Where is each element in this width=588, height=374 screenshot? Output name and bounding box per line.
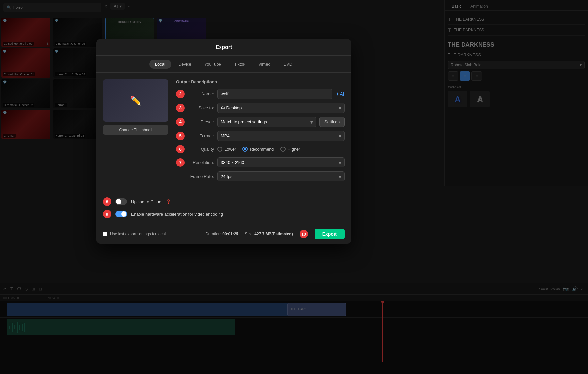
quality-lower-option[interactable]: Lower — [217, 147, 236, 152]
quality-lower-label: Lower — [224, 147, 236, 152]
settings-section: Output Descriptions 2 Name: ✦AI 3 Save t… — [176, 79, 345, 185]
quality-recommend-label: Recommend — [250, 147, 274, 152]
resolution-select-wrapper: 3840 x 2160 1920 x 1080 1280 x 720 — [217, 157, 345, 167]
frame-rate-select-wrapper: 24 fps 30 fps 60 fps — [217, 171, 345, 181]
upload-cloud-toggle[interactable] — [115, 198, 127, 205]
export-button[interactable]: Export — [315, 229, 345, 239]
last-settings-label: Use last export settings for local — [110, 232, 166, 236]
hardware-accel-text: Enable hardware acceleration for video e… — [131, 212, 223, 217]
save-to-select-wrapper: 🗂 Desktop Documents — [217, 103, 345, 113]
step-9-badge: 9 — [103, 210, 111, 218]
step-2-badge: 2 — [176, 90, 185, 98]
quality-lower-radio[interactable] — [217, 147, 222, 152]
quality-recommend-option[interactable]: Recommend — [242, 147, 274, 152]
duration-display: Duration: 00:01:25 — [205, 232, 238, 236]
quality-radio-group: Lower Recommend Higher — [217, 147, 300, 152]
dialog-overlay: Export Local Device YouTube Tiktok Vimeo… — [0, 0, 588, 374]
name-input[interactable] — [217, 89, 332, 99]
quality-higher-option[interactable]: Higher — [280, 147, 300, 152]
step-10-badge: 10 — [300, 230, 308, 238]
preset-select[interactable]: Match to project settings Custom — [217, 117, 316, 127]
step-7-badge: 7 — [176, 158, 185, 167]
footer-meta: Duration: 00:01:25 Size: 427.7 MB(Estima… — [205, 232, 293, 236]
export-dialog: Export Local Device YouTube Tiktok Vimeo… — [96, 39, 351, 244]
tab-youtube[interactable]: YouTube — [199, 60, 227, 69]
step-3-badge: 3 — [176, 104, 185, 112]
toggle-section: 8 Upload to Cloud ❓ 9 Enable hardware ac… — [96, 192, 351, 224]
quality-higher-label: Higher — [287, 147, 300, 152]
format-select-wrapper: MP4 MOV AVI — [217, 131, 345, 141]
tab-local[interactable]: Local — [149, 60, 171, 69]
hardware-accel-row: 9 Enable hardware acceleration for video… — [103, 210, 345, 218]
tab-device[interactable]: Device — [172, 60, 197, 69]
last-settings-checkbox[interactable] — [103, 232, 107, 236]
dialog-title: Export — [216, 44, 232, 50]
step-5-badge: 5 — [176, 132, 185, 140]
resolution-label: Resolution: — [188, 160, 214, 165]
quality-row: 6 Quality Lower Recommend H — [176, 145, 345, 153]
save-to-row: 3 Save to: 🗂 Desktop Documents — [176, 103, 345, 113]
dialog-body: ✏️ Change Thumbnail Output Descriptions … — [96, 73, 351, 192]
format-label: Format: — [188, 133, 214, 138]
upload-cloud-row: 8 Upload to Cloud ❓ — [103, 197, 345, 206]
edit-thumbnail-icon: ✏️ — [130, 95, 141, 106]
change-thumbnail-button[interactable]: Change Thumbnail — [103, 125, 168, 135]
thumbnail-section: ✏️ Change Thumbnail — [103, 79, 168, 185]
dialog-header: Export — [96, 39, 351, 56]
frame-rate-row: Frame Rate: 24 fps 30 fps 60 fps — [176, 171, 345, 181]
quality-recommend-radio[interactable] — [242, 147, 248, 152]
step-6-badge: 6 — [176, 145, 185, 153]
help-icon[interactable]: ❓ — [166, 199, 171, 204]
dialog-footer: Use last export settings for local Durat… — [96, 224, 351, 244]
section-label: Output Descriptions — [176, 79, 345, 84]
tab-dvd[interactable]: DVD — [278, 60, 298, 69]
name-label: Name: — [188, 91, 214, 96]
last-settings-row: Use last export settings for local — [103, 232, 166, 236]
preset-row: 4 Preset: Match to project settings Cust… — [176, 117, 345, 127]
upload-cloud-text: Upload to Cloud — [131, 199, 161, 204]
size-display: Size: 427.7 MB(Estimated) — [245, 232, 293, 236]
format-select[interactable]: MP4 MOV AVI — [217, 131, 345, 141]
step-placeholder — [176, 172, 185, 181]
preset-label: Preset: — [188, 119, 214, 124]
export-tabs: Local Device YouTube Tiktok Vimeo DVD — [96, 56, 351, 73]
quality-label: Quality — [188, 147, 214, 152]
format-row: 5 Format: MP4 MOV AVI — [176, 131, 345, 141]
ai-button[interactable]: ✦AI — [335, 89, 345, 99]
resolution-row: 7 Resolution: 3840 x 2160 1920 x 1080 12… — [176, 157, 345, 167]
frame-rate-select[interactable]: 24 fps 30 fps 60 fps — [217, 171, 345, 181]
quality-higher-radio[interactable] — [280, 147, 286, 152]
save-to-select[interactable]: 🗂 Desktop Documents — [217, 103, 345, 113]
name-row: 2 Name: ✦AI — [176, 89, 345, 99]
resolution-select[interactable]: 3840 x 2160 1920 x 1080 1280 x 720 — [217, 157, 345, 167]
settings-button[interactable]: Settings — [319, 117, 345, 127]
save-to-label: Save to: — [188, 105, 214, 110]
tab-tiktok[interactable]: Tiktok — [228, 60, 251, 69]
step-8-badge: 8 — [103, 197, 111, 206]
tab-vimeo[interactable]: Vimeo — [253, 60, 276, 69]
step-4-badge: 4 — [176, 118, 185, 126]
thumbnail-preview: ✏️ — [103, 79, 168, 122]
frame-rate-label: Frame Rate: — [188, 174, 214, 179]
preset-select-wrapper: Match to project settings Custom — [217, 117, 316, 127]
hardware-accel-toggle[interactable] — [115, 211, 127, 217]
